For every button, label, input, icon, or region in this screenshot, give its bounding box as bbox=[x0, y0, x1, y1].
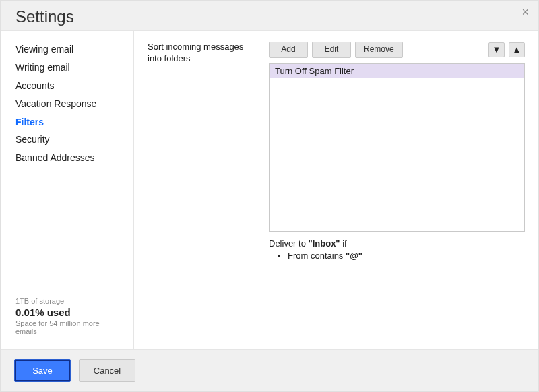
filters-toolbar: Add Edit Remove ▼ ▲ bbox=[269, 42, 525, 58]
arrow-up-icon: ▲ bbox=[513, 44, 521, 55]
nav-viewing-email[interactable]: Viewing email bbox=[1, 40, 133, 59]
condition-text: From contains bbox=[288, 251, 346, 261]
nav-writing-email[interactable]: Writing email bbox=[1, 59, 133, 77]
nav-vacation-response[interactable]: Vacation Response bbox=[1, 95, 133, 113]
storage-info: 1TB of storage 0.01% used Space for 54 m… bbox=[1, 297, 133, 342]
remove-button[interactable]: Remove bbox=[355, 42, 403, 58]
cancel-button[interactable]: Cancel bbox=[79, 359, 135, 382]
summary-suffix: if bbox=[340, 238, 347, 249]
storage-remaining: Space for 54 million more emails bbox=[15, 319, 119, 335]
condition-value: "@" bbox=[346, 251, 362, 261]
arrow-down-icon: ▼ bbox=[493, 44, 501, 55]
move-down-button[interactable]: ▼ bbox=[488, 42, 505, 57]
filter-list[interactable]: Turn Off Spam Filter bbox=[269, 63, 525, 232]
filters-panel: Sort incoming messages into folders Add … bbox=[134, 31, 538, 349]
nav-banned-addresses[interactable]: Banned Addresses bbox=[1, 149, 133, 167]
nav-filters[interactable]: Filters bbox=[1, 113, 133, 131]
summary-conditions: From contains "@" bbox=[269, 250, 525, 262]
settings-nav: Viewing email Writing email Accounts Vac… bbox=[1, 40, 133, 297]
filters-area: Add Edit Remove ▼ ▲ Turn Off Spam Filter… bbox=[269, 42, 525, 338]
panel-description: Sort incoming messages into folders bbox=[148, 42, 255, 338]
dialog-title: Settings bbox=[15, 7, 524, 26]
settings-dialog: Settings × Viewing email Writing email A… bbox=[0, 0, 539, 392]
storage-total: 1TB of storage bbox=[15, 297, 119, 305]
summary-condition: From contains "@" bbox=[288, 250, 525, 262]
filter-summary: Deliver to "Inbox" if From contains "@" bbox=[269, 238, 525, 262]
summary-folder: "Inbox" bbox=[309, 238, 340, 249]
filter-item[interactable]: Turn Off Spam Filter bbox=[270, 64, 524, 78]
nav-accounts[interactable]: Accounts bbox=[1, 77, 133, 95]
storage-percent: 0.01% used bbox=[15, 306, 119, 318]
settings-sidebar: Viewing email Writing email Accounts Vac… bbox=[1, 31, 134, 349]
dialog-footer: Save Cancel bbox=[1, 349, 538, 391]
close-icon[interactable]: × bbox=[521, 6, 529, 18]
move-up-button[interactable]: ▲ bbox=[509, 42, 525, 57]
save-button[interactable]: Save bbox=[14, 359, 71, 382]
edit-button[interactable]: Edit bbox=[312, 42, 351, 58]
dialog-body: Viewing email Writing email Accounts Vac… bbox=[1, 30, 538, 349]
dialog-header: Settings × bbox=[1, 1, 538, 30]
summary-prefix: Deliver to bbox=[269, 238, 309, 249]
add-button[interactable]: Add bbox=[269, 42, 308, 58]
nav-security[interactable]: Security bbox=[1, 131, 133, 149]
